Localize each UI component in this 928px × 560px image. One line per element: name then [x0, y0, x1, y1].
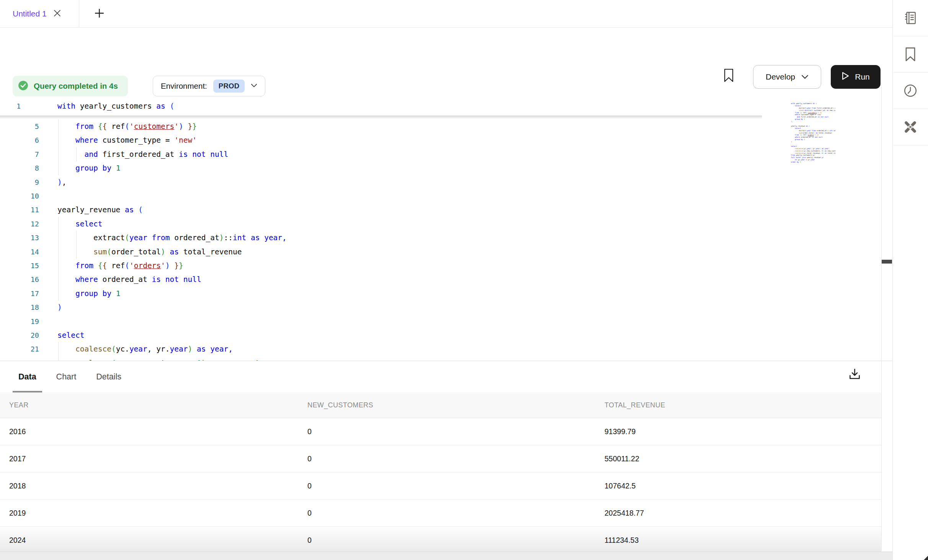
code-line[interactable]: 5 from {{ ref('customers') }}: [0, 119, 881, 133]
line-number: 22: [0, 356, 39, 361]
horizontal-scrollbar[interactable]: [0, 552, 892, 560]
query-status-text: Query completed in 4s: [34, 81, 118, 91]
table-row[interactable]: 20170550011.22: [0, 445, 881, 472]
table-cell: 550011.22: [605, 445, 639, 472]
download-button[interactable]: [845, 366, 864, 384]
results-panel: DataChartDetails YEARNEW_CUSTOMERSTOTAL_…: [0, 361, 892, 560]
results-tab-bar: DataChartDetails: [13, 361, 127, 392]
tab-untitled-1[interactable]: Untitled 1: [0, 0, 79, 28]
table-row[interactable]: 2016091399.79: [0, 418, 881, 445]
table-cell: 0: [307, 472, 312, 500]
line-number: 9: [0, 175, 39, 189]
line-number: 7: [0, 147, 39, 161]
code-line[interactable]: 1with yearly_customers as (: [0, 99, 881, 116]
chevron-down-icon: [251, 83, 257, 90]
download-icon: [848, 368, 861, 382]
line-number: 6: [0, 133, 39, 147]
sql-editor[interactable]: 5 from {{ ref('customers') }}6 where cus…: [0, 97, 892, 361]
table-cell: 0: [307, 418, 312, 445]
query-status-pill: Query completed in 4s: [13, 76, 128, 96]
close-icon[interactable]: [54, 10, 61, 18]
code-line[interactable]: 7 and first_ordered_at is not null: [0, 147, 881, 161]
code-line[interactable]: 12 select: [0, 217, 881, 231]
code-line[interactable]: 9),: [0, 175, 881, 189]
table-cell: 2019: [9, 500, 26, 527]
line-number: 11: [0, 203, 39, 217]
table-cell: 0: [307, 527, 312, 554]
new-tab-button[interactable]: [91, 6, 107, 22]
code-line[interactable]: 13 extract(year from ordered_at)::int as…: [0, 231, 881, 245]
line-number: 20: [0, 328, 39, 342]
app-window: Untitled 1 Develop: [0, 0, 928, 560]
table-cell: 111234.53: [605, 527, 639, 554]
code-line[interactable]: 6 where customer_type = 'new': [0, 133, 881, 147]
status-row: Query completed in 4s Environment: PROD: [0, 76, 892, 97]
scrollbar-track: [881, 73, 882, 551]
table-cell: 0: [307, 500, 312, 527]
toolbar: Develop Run: [0, 28, 892, 67]
table-cell: 2025418.77: [605, 500, 644, 527]
table-cell: 91399.79: [605, 418, 636, 445]
column-header: YEAR: [9, 392, 29, 418]
check-circle-icon: [18, 80, 28, 92]
line-number: 10: [0, 189, 39, 203]
environment-label: Environment:: [161, 81, 207, 91]
table-row[interactable]: 201902025418.77: [0, 500, 881, 527]
editor-minimap[interactable]: with yearly_customers as ( select extrac…: [791, 103, 835, 171]
line-number: 16: [0, 272, 39, 287]
code-line[interactable]: 22 coalesce(yc.new_customers, 0) as new_…: [0, 356, 881, 361]
code-line[interactable]: 16 where ordered_at is not null: [0, 272, 881, 287]
sidebar-button-notebook[interactable]: [893, 0, 928, 36]
notebook-icon: [903, 11, 918, 25]
code-line[interactable]: 11yearly_revenue as (: [0, 203, 881, 217]
line-number: 17: [0, 287, 39, 301]
code-line[interactable]: 15 from {{ ref('orders') }}: [0, 259, 881, 273]
sticky-scroll-shadow: [0, 116, 762, 119]
code-line[interactable]: 19: [0, 314, 881, 329]
sticky-scroll-line[interactable]: 1with yearly_customers as (: [0, 99, 789, 116]
line-number: 5: [0, 119, 39, 133]
code-line[interactable]: 8 group by 1: [0, 161, 881, 175]
plus-icon: [95, 8, 104, 19]
column-header: NEW_CUSTOMERS: [307, 392, 373, 418]
sidebar-button-history[interactable]: [893, 73, 928, 109]
bookmark-icon: [904, 47, 917, 62]
table-row[interactable]: 20240111234.53: [0, 527, 881, 554]
code-line[interactable]: 10: [0, 189, 881, 203]
line-number: 15: [0, 259, 39, 273]
table-cell: 2016: [9, 418, 26, 445]
column-header: TOTAL_REVENUE: [605, 392, 665, 418]
table-header-row: YEARNEW_CUSTOMERSTOTAL_REVENUE: [0, 392, 881, 418]
right-sidebar: [892, 0, 928, 560]
line-number: 13: [0, 231, 39, 245]
sidebar-button-dbt[interactable]: [893, 109, 928, 145]
sidebar-button-bookmark[interactable]: [893, 36, 928, 73]
environment-selector[interactable]: Environment: PROD: [153, 76, 265, 96]
code-line[interactable]: 21 coalesce(yc.year, yr.year) as year,: [0, 342, 881, 356]
environment-badge: PROD: [213, 80, 245, 93]
tab-chart[interactable]: Chart: [51, 361, 82, 392]
code-line[interactable]: 18): [0, 300, 881, 314]
dbt-icon: [903, 119, 918, 135]
table-cell: 2018: [9, 472, 26, 500]
tab-details[interactable]: Details: [90, 361, 127, 392]
code-line[interactable]: 14 sum(order_total) as total_revenue: [0, 245, 881, 259]
line-number: 19: [0, 314, 39, 329]
line-number: 21: [0, 342, 39, 356]
table-cell: 2024: [9, 527, 26, 554]
tab-label: Untitled 1: [13, 9, 47, 18]
table-row[interactable]: 20180107642.5: [0, 472, 881, 500]
tab-bar: Untitled 1: [0, 0, 892, 28]
line-number: 8: [0, 161, 39, 175]
line-number: 1: [0, 99, 39, 114]
resize-grip-icon[interactable]: [924, 556, 928, 560]
code-line[interactable]: 20select: [0, 328, 881, 342]
pane-resize-handle[interactable]: [882, 260, 892, 264]
history-icon: [903, 83, 918, 98]
code-line[interactable]: 17 group by 1: [0, 287, 881, 301]
table-cell: 0: [307, 445, 312, 472]
line-number: 14: [0, 245, 39, 259]
tab-data[interactable]: Data: [13, 361, 42, 392]
line-number: 18: [0, 300, 39, 314]
line-number: 12: [0, 217, 39, 231]
